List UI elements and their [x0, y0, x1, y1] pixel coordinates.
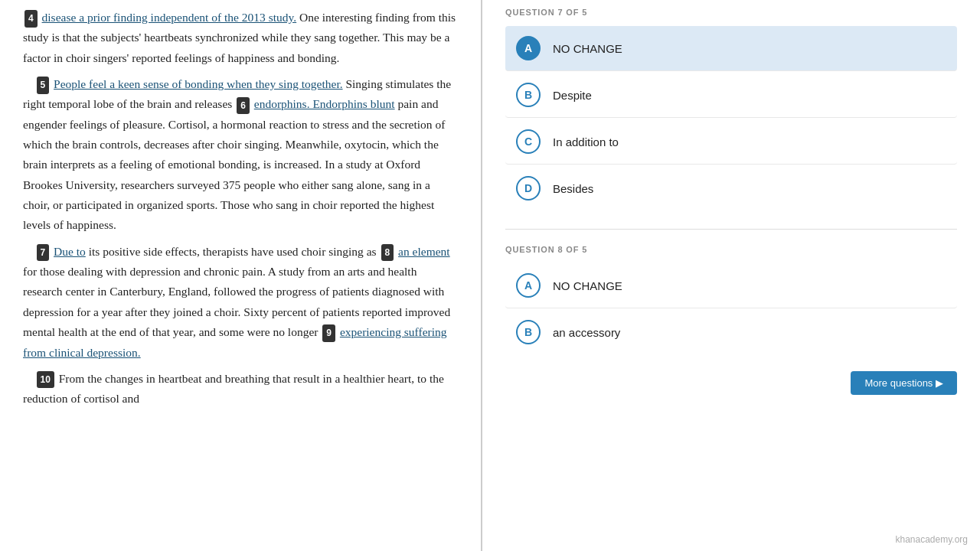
passage-panel: 4 disease a prior finding independent of…	[0, 0, 482, 551]
question-8-label: QUESTION 8 OF 5	[505, 245, 957, 254]
inline-num-6: 6	[237, 97, 250, 114]
inline-num-5: 5	[37, 77, 50, 93]
inline-num-4: 4	[24, 10, 38, 27]
option-text-8a: NO CHANGE	[553, 279, 622, 292]
passage-link-7[interactable]: Due to	[54, 245, 86, 258]
question-7-option-a[interactable]: A NO CHANGE	[505, 26, 957, 71]
question-8-section: QUESTION 8 OF 5 A NO CHANGE B an accesso…	[505, 245, 957, 395]
question-8-option-a[interactable]: A NO CHANGE	[505, 263, 957, 308]
question-8-option-b[interactable]: B an accessory	[505, 310, 957, 354]
question-7-option-b[interactable]: B Despite	[505, 73, 957, 118]
passage-link-5[interactable]: People feel a keen sense of bonding when…	[54, 77, 343, 90]
passage-link-8[interactable]: an element	[398, 245, 450, 258]
question-8-options: A NO CHANGE B an accessory	[505, 263, 957, 354]
passage-body-7a: its positive side effects, therapists ha…	[89, 245, 380, 258]
more-questions-label: More questions	[864, 377, 933, 389]
option-text-a: NO CHANGE	[553, 42, 622, 55]
option-text-8b: an accessory	[553, 326, 620, 339]
questions-panel: QUESTION 7 OF 5 A NO CHANGE B Despite C …	[482, 0, 980, 551]
passage-link-4[interactable]: disease a prior finding independent of t…	[42, 11, 297, 24]
option-circle-d: D	[516, 176, 541, 201]
question-7-option-d[interactable]: D Besides	[505, 166, 957, 210]
passage-body-10: From the changes in heartbeat and breath…	[23, 372, 444, 405]
option-circle-a: A	[516, 36, 541, 60]
passage-body-5b: pain and engender feelings of pleasure. …	[23, 97, 445, 231]
passage-text: 4 disease a prior finding independent of…	[23, 8, 458, 409]
option-circle-8b: B	[516, 320, 541, 344]
watermark: khanacademy.org	[896, 534, 969, 545]
inline-num-8: 8	[381, 244, 394, 261]
inline-num-7: 7	[37, 244, 50, 261]
more-questions-button[interactable]: More questions ▶	[851, 371, 957, 395]
option-text-b: Despite	[553, 89, 592, 102]
option-text-d: Besides	[553, 182, 593, 195]
option-circle-b: B	[516, 83, 541, 107]
question-7-section: QUESTION 7 OF 5 A NO CHANGE B Despite C …	[505, 8, 957, 210]
passage-link-6[interactable]: endorphins. Endorphins blunt	[254, 97, 395, 110]
inline-num-10: 10	[37, 371, 54, 388]
question-7-option-c[interactable]: C In addition to	[505, 119, 957, 165]
option-circle-c: C	[516, 129, 541, 154]
questions-divider	[505, 229, 957, 230]
inline-num-9: 9	[322, 324, 335, 341]
question-7-options: A NO CHANGE B Despite C In addition to D…	[505, 26, 957, 210]
option-text-c: In addition to	[553, 135, 619, 148]
option-circle-8a: A	[516, 273, 541, 298]
question-7-label: QUESTION 7 OF 5	[505, 8, 957, 17]
